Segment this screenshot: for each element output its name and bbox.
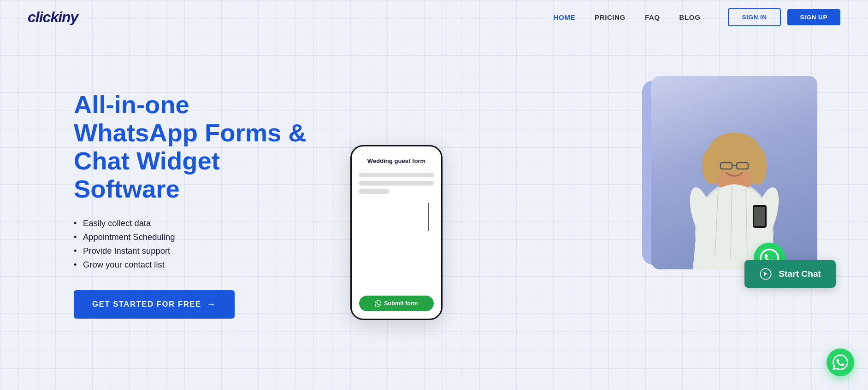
svg-rect-15 <box>754 207 765 226</box>
nav-link-pricing[interactable]: PRICING <box>595 13 626 21</box>
nav-link-home[interactable]: HOME <box>554 13 576 21</box>
whatsapp-small-icon <box>375 300 381 307</box>
cursor-icon <box>759 268 772 280</box>
nav-item-blog[interactable]: BLOG <box>679 13 701 22</box>
form-line-2 <box>359 181 434 186</box>
fab-whatsapp-icon <box>833 355 848 370</box>
signup-button[interactable]: SIGN UP <box>787 9 840 25</box>
hero-content: All-in-one WhatsApp Forms & Chat Widget … <box>74 91 313 319</box>
brand-logo[interactable]: clickiny <box>28 9 78 26</box>
cta-button[interactable]: GET STARTED FOR FREE → <box>74 290 235 319</box>
start-chat-button[interactable]: Start Chat <box>744 260 836 288</box>
submit-label: Submit form <box>384 300 418 307</box>
form-line-1 <box>359 173 434 177</box>
cta-label: GET STARTED FOR FREE <box>92 300 201 309</box>
svg-point-5 <box>748 146 767 185</box>
nav-item-faq[interactable]: FAQ <box>645 13 660 22</box>
svg-point-4 <box>702 147 720 184</box>
phone-mockup: Wedding guest form Submit form <box>350 145 443 320</box>
form-line-3 <box>359 189 389 194</box>
bullet-3: Provide Instant support <box>74 246 313 256</box>
nav-item-pricing[interactable]: PRICING <box>595 13 626 22</box>
cta-arrow-icon: → <box>207 299 217 309</box>
bullet-1: Easily collect data <box>74 218 313 228</box>
hero-bullets: Easily collect data Appointment Scheduli… <box>74 218 313 270</box>
nav-link-faq[interactable]: FAQ <box>645 13 660 21</box>
bullet-2: Appointment Scheduling <box>74 232 313 242</box>
form-fields <box>359 173 434 198</box>
hero-visual: Wedding guest form Submit form <box>341 71 840 338</box>
woman-illustration <box>665 85 803 269</box>
bullet-4: Grow your contact list <box>74 260 313 270</box>
nav-item-home[interactable]: HOME <box>554 13 576 22</box>
nav-link-blog[interactable]: BLOG <box>679 13 701 21</box>
nav-actions: SIGN IN SIGN UP <box>728 8 840 26</box>
hero-title: All-in-one WhatsApp Forms & Chat Widget … <box>74 91 313 204</box>
signin-button[interactable]: SIGN IN <box>728 8 780 26</box>
form-cursor-line <box>428 203 429 231</box>
nav-menu: HOME PRICING FAQ BLOG <box>554 13 701 22</box>
start-chat-label: Start Chat <box>779 269 821 279</box>
hero-image <box>651 76 817 269</box>
phone-submit-button[interactable]: Submit form <box>359 296 434 311</box>
form-title: Wedding guest form <box>367 157 425 164</box>
navbar: clickiny HOME PRICING FAQ BLOG SIGN IN S… <box>0 0 868 35</box>
hero-section: All-in-one WhatsApp Forms & Chat Widget … <box>0 35 868 384</box>
whatsapp-fab-button[interactable] <box>827 349 854 376</box>
